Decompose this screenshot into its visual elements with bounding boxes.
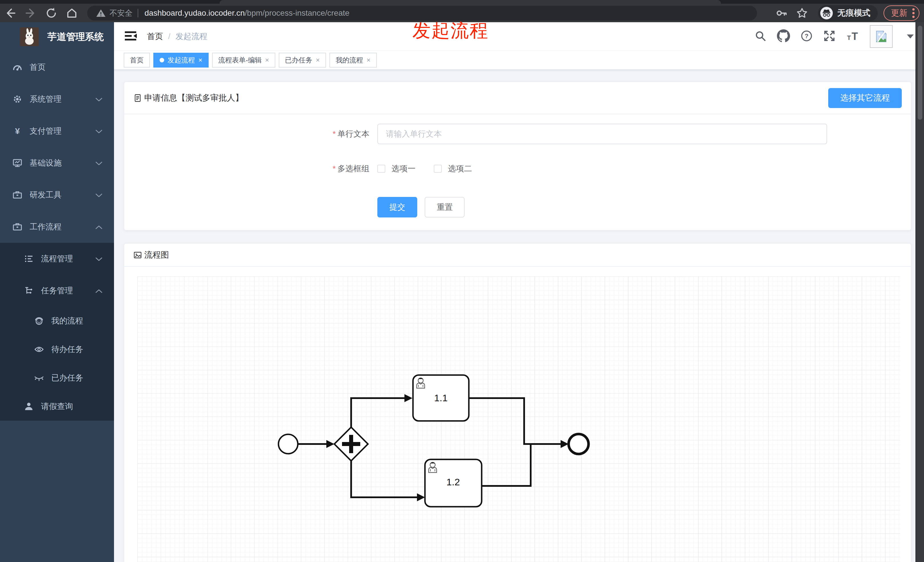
update-button[interactable]: 更新 (884, 5, 920, 21)
github-icon[interactable] (777, 29, 790, 43)
fullscreen-icon[interactable] (823, 30, 836, 43)
tab-label: 首页 (130, 55, 144, 65)
app-logo-rabbit (20, 27, 39, 46)
submit-button[interactable]: 提交 (377, 197, 417, 217)
text-field-row: *单行文本 (124, 124, 911, 144)
yen-icon: ¥ (12, 126, 22, 136)
checkbox-box[interactable] (377, 165, 386, 173)
dropdown-caret-icon[interactable] (907, 34, 914, 39)
sidebar-item-done-tasks[interactable]: 已办任务 (0, 364, 114, 392)
gear-icon (12, 94, 22, 104)
sidebar-item-label: 任务管理 (41, 285, 73, 296)
required-asterisk: * (333, 129, 336, 138)
face-icon (34, 316, 44, 326)
chevron-down-icon (95, 190, 103, 199)
process-diagram-panel: 流程图 (124, 243, 912, 562)
eye-icon (34, 344, 44, 355)
scrollbar-thumb[interactable] (918, 25, 922, 120)
checkbox-option-2[interactable]: 选项二 (434, 163, 472, 174)
font-size-icon[interactable]: TT (846, 30, 860, 43)
update-label: 更新 (891, 7, 908, 19)
app-logo-row[interactable]: 芋道管理系统 (0, 22, 114, 51)
help-icon[interactable]: ? (800, 30, 813, 43)
reload-icon[interactable] (41, 5, 62, 21)
sidebar: 芋道管理系统 首页 系统管理 ¥ 支付管理 基础设施 (0, 22, 114, 562)
sidebar-item-my-processes[interactable]: 我的流程 (0, 307, 114, 335)
checkbox-box[interactable] (434, 165, 442, 173)
bpmn-start-event[interactable] (279, 434, 298, 454)
tab-close-icon[interactable]: × (366, 56, 370, 64)
home-icon[interactable] (62, 5, 82, 21)
sidebar-item-system[interactable]: 系统管理 (0, 83, 114, 115)
url-path[interactable]: /bpm/process-instance/create (245, 9, 350, 18)
reset-button[interactable]: 重置 (424, 197, 465, 217)
svg-text:¥: ¥ (15, 126, 20, 136)
chevron-up-icon (95, 286, 103, 295)
sidebar-item-label: 请假查询 (41, 401, 73, 412)
breadcrumb-current: 发起流程 (176, 31, 207, 42)
sidebar-item-payment[interactable]: ¥ 支付管理 (0, 115, 114, 147)
back-icon[interactable] (0, 5, 21, 21)
breadcrumb-home[interactable]: 首页 (147, 31, 163, 42)
tab-close-icon[interactable]: × (316, 56, 320, 64)
checkbox-label: 选项一 (392, 163, 416, 174)
branch-icon (24, 286, 34, 295)
panel-title: 申请信息【测试多审批人】 (144, 92, 243, 104)
tab-home[interactable]: 首页 (124, 53, 150, 67)
single-line-text-input[interactable] (377, 124, 827, 144)
browser-active-tab[interactable] (219, 0, 721, 4)
sidebar-item-label: 系统管理 (30, 94, 62, 105)
star-icon[interactable] (792, 5, 812, 21)
url-host[interactable]: dashboard.yudao.iocoder.cn (144, 9, 245, 18)
checkbox-option-1[interactable]: 选项一 (377, 163, 416, 174)
bpmn-parallel-gateway[interactable] (334, 427, 368, 461)
briefcase-icon (12, 222, 22, 232)
tab-process-form-edit[interactable]: 流程表单-编辑 × (212, 53, 275, 67)
bpmn-user-task-2[interactable]: 1.2 (425, 459, 482, 507)
bpmn-user-task-1[interactable]: 1.1 (413, 375, 469, 421)
tab-label: 已办任务 (285, 55, 312, 65)
breadcrumb-separator: / (168, 32, 170, 41)
key-icon[interactable] (771, 5, 792, 21)
sidebar-item-devtools[interactable]: 研发工具 (0, 179, 114, 211)
more-menu-icon[interactable] (912, 7, 915, 19)
sidebar-item-task-management[interactable]: 任务管理 (0, 275, 114, 307)
forward-icon[interactable] (21, 5, 41, 21)
tab-label: 我的流程 (336, 55, 363, 65)
incognito-label: 无痕模式 (837, 7, 870, 19)
app-header: 首页 / 发起流程 ? TT (114, 22, 924, 51)
chevron-down-icon (95, 127, 103, 136)
search-icon[interactable] (754, 30, 766, 43)
panel-title: 流程图 (144, 249, 169, 261)
tab-done-tasks[interactable]: 已办任务 × (279, 53, 326, 67)
sidebar-item-todo-tasks[interactable]: 待办任务 (0, 335, 114, 364)
sidebar-item-home[interactable]: 首页 (0, 51, 114, 83)
browser-scrollbar[interactable] (915, 22, 924, 562)
svg-text:?: ? (805, 33, 808, 40)
sidebar-menu: 首页 系统管理 ¥ 支付管理 基础设施 研发工具 (0, 51, 114, 421)
security-label[interactable]: 不安全 (110, 8, 132, 18)
tags-view-bar: 首页 发起流程 × 流程表单-编辑 × 已办任务 × 我的流程 × (114, 51, 924, 70)
breadcrumb: 首页 / 发起流程 (147, 31, 207, 42)
incognito-badge: 无痕模式 (818, 5, 878, 21)
document-icon (134, 94, 142, 102)
tab-my-processes[interactable]: 我的流程 × (330, 53, 377, 67)
sidebar-item-label: 基础设施 (30, 157, 62, 168)
sidebar-item-workflow[interactable]: 工作流程 (0, 211, 114, 243)
tab-close-icon[interactable]: × (198, 56, 202, 64)
url-separator (138, 9, 138, 17)
sidebar-item-leave-query[interactable]: 请假查询 (0, 392, 114, 421)
svg-text:T: T (847, 34, 851, 41)
tab-initiate-process[interactable]: 发起流程 × (153, 53, 208, 67)
tab-close-icon[interactable]: × (265, 56, 269, 64)
form-actions-row: 提交 重置 (124, 197, 911, 217)
text-field-label: 单行文本 (338, 129, 369, 138)
bpmn-end-event[interactable] (568, 434, 588, 454)
avatar[interactable] (870, 25, 892, 48)
choose-other-process-button[interactable]: 选择其它流程 (828, 88, 902, 108)
collapse-sidebar-icon[interactable] (124, 30, 138, 43)
sidebar-item-process-management[interactable]: 流程管理 (0, 243, 114, 275)
sidebar-item-infrastructure[interactable]: 基础设施 (0, 147, 114, 179)
bpmn-canvas[interactable]: 1.1 1.2 (137, 276, 900, 562)
broken-image-icon (875, 30, 887, 42)
